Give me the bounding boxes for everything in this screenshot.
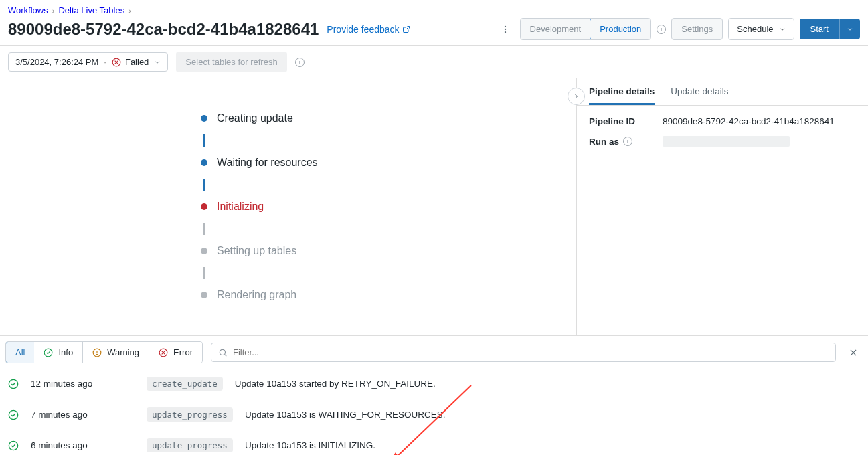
main-content: Creating update Waiting for resources In…: [0, 78, 868, 335]
provide-feedback-link[interactable]: Provide feedback: [327, 24, 410, 35]
svg-point-1: [504, 25, 505, 27]
log-search[interactable]: [211, 343, 836, 362]
mode-development[interactable]: Development: [521, 19, 591, 39]
step-creating-update: Creating update: [201, 102, 536, 134]
collapse-panel-button[interactable]: [568, 88, 585, 105]
svg-point-14: [220, 349, 225, 355]
chevron-right-icon: [572, 92, 580, 100]
detail-val-pipeline-id: 89009de8-5792-42ca-bcd2-41b4a1828641: [663, 116, 835, 126]
schedule-label: Schedule: [737, 24, 773, 34]
log-time: 7 minutes ago: [31, 410, 135, 420]
error-circle-icon: [159, 348, 168, 357]
select-tables-button[interactable]: Select tables for refresh: [176, 52, 286, 72]
kebab-menu-button[interactable]: [496, 20, 515, 39]
check-circle-icon: [44, 348, 53, 357]
mode-toggle: Development Production: [520, 18, 652, 40]
svg-line-15: [225, 354, 227, 356]
check-circle-icon: [8, 379, 19, 389]
detail-key-pipeline-id: Pipeline ID: [589, 116, 649, 126]
svg-line-0: [406, 26, 410, 30]
chevron-down-icon: [779, 26, 786, 33]
header: Workflows › Delta Live Tables › 89009de8…: [0, 0, 868, 46]
svg-point-3: [504, 31, 505, 32]
breadcrumb: Workflows › Delta Live Tables ›: [8, 5, 860, 15]
filter-error-label: Error: [173, 347, 193, 357]
detail-val-runas-redacted: [663, 136, 790, 147]
svg-point-2: [504, 28, 505, 29]
svg-point-19: [9, 410, 17, 419]
svg-point-20: [9, 441, 17, 450]
close-logs-button[interactable]: [844, 343, 863, 362]
filter-warning-label: Warning: [107, 347, 139, 357]
log-level-filter: All Info Warning Error: [5, 341, 203, 363]
detail-key-runas: Run as i: [589, 136, 649, 147]
svg-point-10: [97, 354, 98, 355]
settings-button[interactable]: Settings: [671, 18, 723, 40]
svg-point-18: [9, 379, 17, 388]
step-initializing: Initializing: [201, 191, 536, 223]
separator-dot: ·: [104, 57, 106, 67]
mode-production[interactable]: Production: [590, 18, 651, 40]
log-row[interactable]: 6 minutes ago update_progress Update 10a…: [0, 430, 868, 455]
search-icon: [218, 348, 228, 357]
filter-info[interactable]: Info: [34, 342, 83, 363]
external-link-icon: [402, 25, 410, 33]
log-row[interactable]: 12 minutes ago create_update Update 10a1…: [0, 369, 868, 399]
run-timestamp: 3/5/2024, 7:26:24 PM: [15, 57, 98, 67]
schedule-button[interactable]: Schedule: [728, 18, 794, 40]
info-icon[interactable]: i: [295, 58, 305, 67]
error-circle-icon: [112, 58, 121, 67]
start-button[interactable]: Start: [800, 19, 839, 39]
graph-pane: Creating update Waiting for resources In…: [0, 78, 576, 335]
tab-pipeline-details[interactable]: Pipeline details: [589, 86, 655, 105]
svg-point-7: [45, 349, 53, 357]
log-tag: update_progress: [147, 438, 233, 452]
filter-warning[interactable]: Warning: [83, 342, 149, 363]
log-tag: create_update: [147, 377, 223, 391]
kebab-icon: [501, 25, 510, 34]
filter-error[interactable]: Error: [149, 342, 202, 363]
run-status-text: Failed: [125, 57, 149, 67]
close-icon: [849, 348, 858, 357]
run-status-dropdown[interactable]: 3/5/2024, 7:26:24 PM · Failed: [8, 52, 168, 72]
feedback-label: Provide feedback: [327, 24, 399, 35]
details-body: Pipeline ID 89009de8-5792-42ca-bcd2-41b4…: [577, 106, 868, 167]
log-msg: Update 10a153 is INITIALIZING.: [245, 440, 860, 450]
page-title: 89009de8-5792-42ca-bcd2-41b4a1828641: [8, 20, 319, 39]
filter-all[interactable]: All: [5, 341, 35, 363]
check-circle-icon: [8, 440, 19, 451]
log-msg: Update 10a153 started by RETRY_ON_FAILUR…: [235, 379, 860, 389]
detail-tabs: Pipeline details Update details: [577, 78, 868, 106]
info-icon[interactable]: i: [657, 25, 666, 34]
chevron-down-icon: [847, 26, 853, 33]
step-rendering-graph: Rendering graph: [201, 279, 536, 311]
log-time: 12 minutes ago: [31, 379, 135, 389]
tab-update-details[interactable]: Update details: [671, 86, 728, 105]
run-bar: 3/5/2024, 7:26:24 PM · Failed Select tab…: [0, 46, 868, 78]
filter-info-label: Info: [58, 347, 73, 357]
breadcrumb-dlt[interactable]: Delta Live Tables: [58, 5, 124, 15]
start-button-group: Start: [800, 19, 860, 39]
chevron-right-icon: ›: [128, 7, 131, 15]
start-dropdown-button[interactable]: [839, 19, 860, 39]
pipeline-steps: Creating update Waiting for resources In…: [201, 102, 536, 311]
log-search-input[interactable]: [233, 347, 829, 357]
check-circle-icon: [8, 410, 19, 420]
log-time: 6 minutes ago: [31, 440, 135, 450]
step-waiting-resources: Waiting for resources: [201, 147, 536, 179]
step-setting-up-tables: Setting up tables: [201, 235, 536, 267]
warning-circle-icon: [92, 348, 102, 357]
log-list: 12 minutes ago create_update Update 10a1…: [0, 369, 868, 455]
chevron-down-icon: [154, 59, 161, 66]
chevron-right-icon: ›: [52, 7, 55, 15]
log-tag: update_progress: [147, 407, 233, 422]
info-icon[interactable]: i: [623, 136, 632, 146]
side-panel: Pipeline details Update details Pipeline…: [576, 78, 868, 335]
log-msg: Update 10a153 is WAITING_FOR_RESOURCES.: [245, 410, 860, 420]
log-toolbar: All Info Warning Error: [0, 335, 868, 369]
breadcrumb-workflows[interactable]: Workflows: [8, 5, 48, 15]
log-row[interactable]: 7 minutes ago update_progress Update 10a…: [0, 399, 868, 430]
